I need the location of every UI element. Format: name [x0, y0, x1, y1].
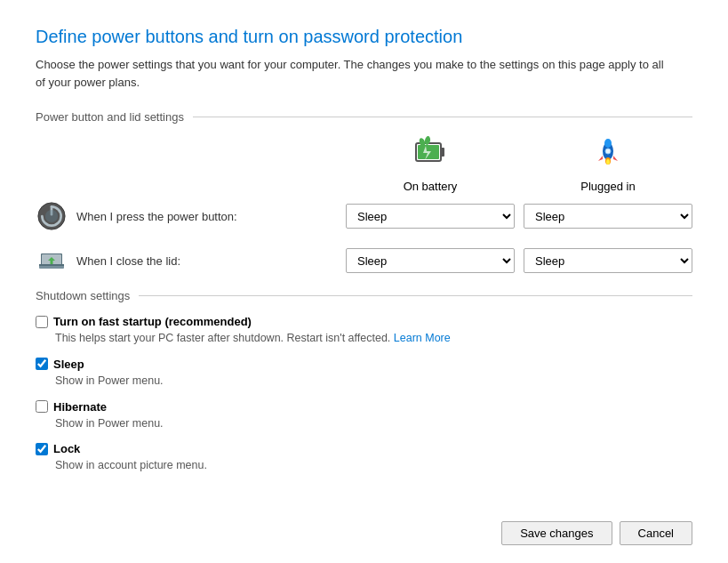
fast-startup-checkbox[interactable]: [36, 316, 48, 328]
power-button-row: When I press the power button: Do nothin…: [36, 200, 692, 232]
close-lid-selects: Do nothing Sleep Hibernate Shut down Do …: [346, 248, 692, 273]
footer-buttons: Save changes Cancel: [501, 521, 692, 545]
power-button-label: When I press the power button:: [76, 210, 346, 223]
section-divider: [193, 117, 692, 117]
close-lid-on-battery-select[interactable]: Do nothing Sleep Hibernate Shut down: [346, 248, 515, 273]
fast-startup-learn-more[interactable]: Learn More: [394, 332, 451, 344]
sleep-label[interactable]: Sleep: [36, 358, 692, 371]
hibernate-checkbox[interactable]: [36, 400, 48, 413]
sleep-checkbox[interactable]: [36, 358, 48, 370]
close-lid-plugged-in-select[interactable]: Do nothing Sleep Hibernate Shut down: [524, 248, 692, 273]
power-button-on-battery-select[interactable]: Do nothing Sleep Hibernate Shut down Tur…: [346, 204, 515, 229]
hibernate-label[interactable]: Hibernate: [36, 400, 692, 414]
svg-rect-1: [441, 148, 444, 157]
fast-startup-description: This helps start your PC faster after sh…: [55, 330, 692, 347]
shutdown-section-header: Shutdown settings: [36, 289, 692, 302]
fast-startup-row: Turn on fast startup (recommended): [36, 315, 692, 328]
plugged-in-column-header: Plugged in: [524, 136, 692, 193]
on-battery-column-header: On battery: [346, 136, 515, 193]
save-changes-button[interactable]: Save changes: [501, 521, 612, 545]
power-button-icon: [36, 200, 68, 232]
sleep-description: Show in Power menu.: [55, 373, 692, 390]
close-lid-icon: [36, 245, 68, 277]
lock-label[interactable]: Lock: [36, 442, 692, 455]
svg-rect-18: [51, 261, 53, 264]
power-button-lid-section-label: Power button and lid settings: [36, 110, 184, 124]
close-lid-label: When I close the lid:: [76, 254, 346, 268]
cancel-button[interactable]: Cancel: [620, 521, 692, 545]
lock-row: Lock: [36, 442, 692, 455]
page-description: Choose the power settings that you want …: [36, 56, 676, 91]
svg-point-6: [604, 139, 612, 148]
on-battery-label: On battery: [404, 180, 458, 193]
page-title: Define power buttons and turn on passwor…: [36, 27, 692, 47]
close-lid-row: When I close the lid: Do nothing Sleep H…: [36, 245, 692, 277]
hibernate-description: Show in Power menu.: [55, 415, 692, 432]
battery-icon: [413, 136, 447, 176]
hibernate-row: Hibernate: [36, 400, 692, 414]
column-headers: On battery Plugged in: [36, 136, 692, 193]
svg-point-8: [606, 159, 610, 165]
shutdown-section-label: Shutdown settings: [36, 289, 130, 302]
svg-rect-16: [39, 264, 64, 266]
lock-description: Show in account picture menu.: [55, 457, 692, 474]
plugged-in-icon: [591, 136, 625, 176]
sleep-row: Sleep: [36, 358, 692, 371]
lock-checkbox[interactable]: [36, 443, 48, 455]
fast-startup-label[interactable]: Turn on fast startup (recommended): [36, 315, 692, 328]
power-button-plugged-in-select[interactable]: Do nothing Sleep Hibernate Shut down Tur…: [524, 204, 692, 229]
shutdown-section: Shutdown settings Turn on fast startup (…: [36, 289, 692, 474]
power-button-selects: Do nothing Sleep Hibernate Shut down Tur…: [346, 204, 692, 229]
plugged-in-label: Plugged in: [580, 180, 635, 193]
svg-point-12: [45, 210, 58, 222]
power-button-lid-section-header: Power button and lid settings: [36, 110, 692, 124]
svg-point-9: [605, 149, 611, 154]
shutdown-divider: [139, 295, 692, 296]
